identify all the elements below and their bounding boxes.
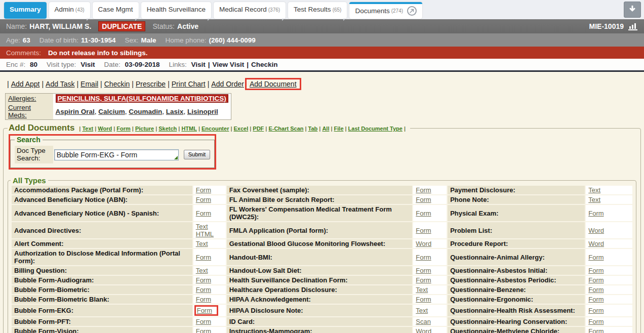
doc-type-link-form[interactable]: Form bbox=[196, 196, 223, 203]
chart-graph-icon[interactable] bbox=[628, 22, 638, 31]
quick-link-add-appt[interactable]: Add Appt bbox=[11, 80, 40, 88]
patient-status: Active bbox=[177, 22, 198, 30]
phone-label: Home phone: bbox=[165, 36, 206, 44]
doc-type-link-html[interactable]: HTML bbox=[196, 230, 223, 238]
quick-link-add-order[interactable]: Add Order bbox=[211, 80, 244, 88]
doc-type-link-text[interactable]: Text bbox=[416, 286, 444, 294]
doc-type-link-form[interactable]: Form bbox=[588, 327, 630, 333]
doc-type-link-form[interactable]: Form bbox=[196, 296, 223, 303]
doc-type-link-cell: Form bbox=[413, 222, 447, 238]
med-link-calcium[interactable]: Calcium bbox=[98, 108, 125, 115]
doc-type-link-word[interactable]: Word bbox=[416, 240, 444, 247]
encounter-link-visit[interactable]: Visit bbox=[191, 61, 206, 68]
doc-type-link-form[interactable]: Form bbox=[196, 210, 223, 217]
encounter-link-checkin[interactable]: Checkin bbox=[251, 61, 278, 68]
tab-documents[interactable]: Documents(274) bbox=[349, 2, 422, 19]
doc-type-link-form[interactable]: Form bbox=[416, 210, 444, 217]
tab-admin[interactable]: Admin(43) bbox=[49, 2, 90, 19]
tab-case-mgmt[interactable]: Case Mgmt bbox=[93, 2, 139, 19]
doc-type-link-text[interactable]: Text bbox=[196, 223, 223, 230]
med-link-lasix[interactable]: Lasix bbox=[166, 108, 184, 115]
doc-type-link-form[interactable]: Form bbox=[588, 254, 630, 261]
doc-link-file[interactable]: File bbox=[334, 126, 344, 132]
doc-type-link-form[interactable]: Form bbox=[196, 286, 223, 294]
status-label: Status: bbox=[152, 22, 175, 30]
doc-type-link-form[interactable]: Form bbox=[588, 276, 630, 284]
doc-type-link-form[interactable]: Form bbox=[416, 227, 444, 234]
med-link-aspirin-oral[interactable]: Aspirin Oral bbox=[56, 108, 95, 115]
doc-type-link-form[interactable]: Form bbox=[588, 307, 630, 314]
doc-link-e-chart-scan[interactable]: E-Chart Scan bbox=[268, 126, 303, 132]
med-link-coumadin[interactable]: Coumadin bbox=[129, 108, 162, 115]
doc-type-search-input[interactable] bbox=[54, 149, 179, 160]
separator: | bbox=[168, 80, 170, 88]
doc-type-link-form[interactable]: Form bbox=[588, 286, 630, 294]
quick-link-checkin[interactable]: Checkin bbox=[104, 80, 130, 88]
doc-type-link-text[interactable]: Text bbox=[416, 307, 444, 314]
doc-link-last-document-type[interactable]: Last Document Type bbox=[348, 126, 402, 132]
doc-type-link-form[interactable]: Form bbox=[588, 210, 630, 217]
doc-type-link-form[interactable]: Form bbox=[588, 296, 630, 303]
doc-link-html[interactable]: HTML bbox=[181, 126, 197, 132]
doc-type-label: Healthcare Operations Disclosure: bbox=[227, 285, 413, 294]
doc-type-link-form[interactable]: Form bbox=[416, 267, 444, 274]
doc-link-all[interactable]: All bbox=[322, 126, 329, 132]
doc-type-label: Bubble Form-Audiogram: bbox=[12, 276, 192, 284]
doc-type-link-form[interactable]: Form bbox=[196, 254, 223, 261]
doc-type-link-word[interactable]: Word bbox=[588, 240, 630, 247]
current-meds-label-link[interactable]: Current Meds: bbox=[8, 104, 31, 119]
doc-type-link-form[interactable]: Form bbox=[588, 318, 630, 325]
doc-type-link-text[interactable]: Text bbox=[588, 186, 630, 194]
separator: | bbox=[319, 126, 320, 132]
tab-summary[interactable]: Summary bbox=[4, 2, 47, 19]
quick-link-email[interactable]: Email bbox=[80, 80, 98, 88]
allergies-label-link[interactable]: Allergies: bbox=[8, 95, 36, 102]
submit-button[interactable]: Submit bbox=[184, 150, 210, 159]
tab-health-surveillance[interactable]: Health Surveillance bbox=[141, 2, 211, 19]
doc-type-link-form[interactable]: Form bbox=[416, 276, 444, 284]
doc-type-link-word[interactable]: Word bbox=[588, 227, 630, 234]
doc-type-link-form[interactable]: Form bbox=[416, 254, 444, 261]
doc-link-text[interactable]: Text bbox=[82, 126, 93, 132]
separator: | bbox=[113, 126, 115, 132]
quick-link-print-chart[interactable]: Print Chart bbox=[172, 80, 206, 88]
quick-link-add-document[interactable]: Add Document bbox=[250, 80, 297, 88]
tab-count: (43) bbox=[75, 7, 85, 13]
download-button[interactable] bbox=[624, 2, 641, 18]
doc-type-link-scan[interactable]: Scan bbox=[416, 318, 444, 325]
doc-type-link-form[interactable]: Form bbox=[196, 186, 223, 194]
doc-type-link-form[interactable]: Form bbox=[196, 276, 223, 284]
quick-link-prescribe[interactable]: Prescribe bbox=[136, 80, 166, 88]
doc-type-link-form[interactable]: Form bbox=[416, 196, 444, 203]
quick-link-add-task[interactable]: Add Task bbox=[46, 80, 74, 88]
date-label: Date: bbox=[104, 61, 120, 68]
doc-link-excel[interactable]: Excel bbox=[234, 126, 249, 132]
doc-type-link-word[interactable]: Word bbox=[416, 327, 444, 333]
separator: | bbox=[208, 61, 210, 68]
add-documents-links: |Text|Word|Form|Picture|Sketch|HTML|Enco… bbox=[77, 126, 407, 132]
doc-type-link-form[interactable]: Form bbox=[196, 318, 223, 325]
tab-medical-record[interactable]: Medical Record(376) bbox=[214, 2, 286, 19]
doc-type-link-form[interactable]: Form bbox=[196, 327, 223, 333]
doc-type-link-cell: TextHTML bbox=[193, 222, 226, 238]
allergy-value-link[interactable]: PENICILLINS, SULFA(SULFONAMIDE ANTIBIOTI… bbox=[56, 94, 228, 103]
doc-link-form[interactable]: Form bbox=[116, 126, 131, 132]
doc-link-word[interactable]: Word bbox=[98, 126, 112, 132]
open-in-new-window-icon[interactable] bbox=[407, 6, 417, 16]
doc-link-sketch[interactable]: Sketch bbox=[158, 126, 177, 132]
med-link-lisinopril[interactable]: Lisinopril bbox=[187, 108, 218, 115]
doc-type-link-form[interactable]: Form bbox=[416, 186, 444, 194]
doc-link-picture[interactable]: Picture bbox=[135, 126, 154, 132]
doc-type-link-form[interactable]: Form bbox=[416, 296, 444, 303]
doc-link-tab[interactable]: Tab bbox=[308, 126, 318, 132]
tab-test-results[interactable]: Test Results(65) bbox=[288, 2, 347, 19]
doc-link-pdf[interactable]: PDF bbox=[253, 126, 264, 132]
doc-type-label: Advanced Directives: bbox=[12, 222, 192, 238]
doc-type-link-text[interactable]: Text bbox=[196, 240, 223, 247]
doc-type-link-form[interactable]: Form bbox=[197, 307, 212, 314]
doc-type-link-text[interactable]: Text bbox=[196, 267, 223, 274]
doc-link-encounter[interactable]: Encounter bbox=[202, 126, 229, 132]
doc-type-link-text[interactable]: Text bbox=[588, 196, 630, 203]
doc-type-link-form[interactable]: Form bbox=[588, 267, 630, 274]
encounter-link-view-visit[interactable]: View Visit bbox=[213, 61, 245, 68]
